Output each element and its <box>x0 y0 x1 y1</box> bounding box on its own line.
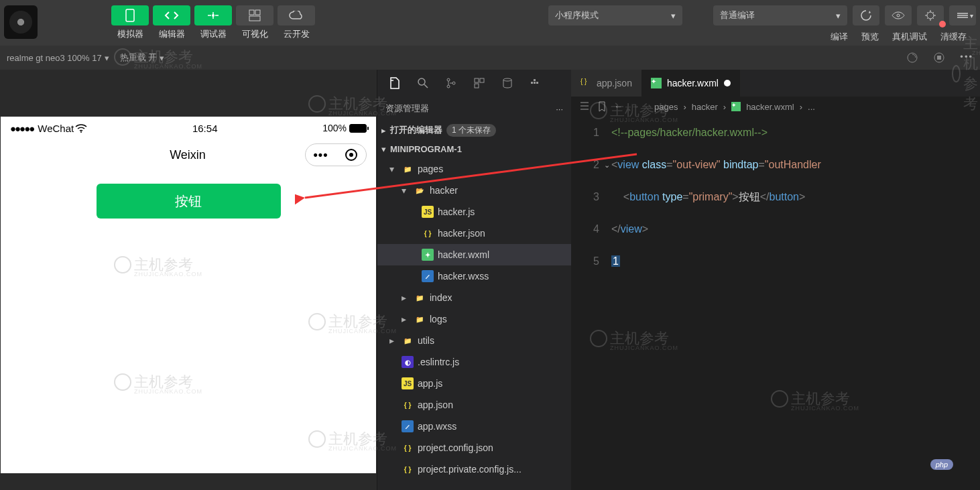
preview-button[interactable] <box>885 5 912 25</box>
chevron-down-icon: ▾ <box>381 144 386 154</box>
sidebar: 资源管理器 ··· ▸ 打开的编辑器 1 个未保存 ▾ MINIPROGRAM-… <box>377 70 571 490</box>
file-app-js[interactable]: JSapp.js <box>377 373 571 394</box>
stop-icon[interactable] <box>933 52 945 64</box>
chevron-down-icon: ▾ <box>160 53 164 63</box>
svg-rect-20 <box>534 82 536 84</box>
back-icon[interactable]: ← <box>614 101 623 112</box>
folder-hacker[interactable]: ▾📂hacker <box>377 180 571 201</box>
file-hacker-json[interactable]: { }hacker.json <box>377 223 571 244</box>
refresh-icon[interactable] <box>906 52 918 64</box>
bookmark-icon[interactable] <box>598 101 606 112</box>
debugger-tool[interactable]: 调试器 <box>194 5 232 40</box>
chevron-down-icon: ▾ <box>671 11 676 21</box>
file-hacker-wxss[interactable]: ⟋hacker.wxss <box>377 265 571 287</box>
capsule-button[interactable]: ••• <box>305 143 367 166</box>
folder-pages[interactable]: ▾📁pages <box>377 158 571 180</box>
svg-point-10 <box>80 131 82 133</box>
open-editors-section[interactable]: ▸ 打开的编辑器 1 个未保存 <box>377 121 571 139</box>
editor-tabs: { }app.json ✦hacker.wxml <box>571 70 980 97</box>
list-icon[interactable] <box>579 101 590 112</box>
compile-dropdown[interactable]: 普通编译▾ <box>713 5 847 25</box>
extensions-icon[interactable] <box>467 71 491 95</box>
chevron-down-icon: ▾ <box>836 11 841 21</box>
explorer-icon[interactable] <box>383 71 407 95</box>
clear-cache-button[interactable]: ▾ <box>949 5 976 25</box>
cloud-icon <box>278 5 315 25</box>
primary-button[interactable]: 按钮 <box>97 184 281 219</box>
chevron-right-icon: ▸ <box>381 125 386 135</box>
svg-point-1 <box>212 14 215 17</box>
svg-rect-0 <box>126 9 134 21</box>
forward-icon[interactable]: → <box>631 101 639 112</box>
git-icon[interactable] <box>439 71 463 95</box>
page-body: 按钮 <box>1 170 376 232</box>
mode-dropdown[interactable]: 小程序模式▾ <box>548 5 682 25</box>
folder-index[interactable]: ▸📁index <box>377 287 571 308</box>
hot-reload-toggle[interactable]: 热重载 开 ▾ <box>120 52 165 64</box>
php-badge: php <box>930 459 953 470</box>
file-project-config[interactable]: { }project.config.json <box>377 437 571 458</box>
file-hacker-js[interactable]: JShacker.js <box>377 201 571 223</box>
status-time: 16:54 <box>87 123 322 134</box>
folder-logs[interactable]: ▸📁logs <box>377 308 571 330</box>
svg-point-5 <box>897 14 900 17</box>
svg-rect-16 <box>480 78 484 82</box>
docker-icon[interactable] <box>524 71 548 95</box>
simulator-panel: ●●●●● WeChat 16:54 100% Weixin ••• 按钮 <box>0 70 377 490</box>
battery-icon <box>349 124 367 133</box>
editor-tool[interactable]: 编辑器 <box>153 5 190 40</box>
app-logo <box>4 5 38 39</box>
grid-icon <box>236 5 273 25</box>
cloud-tool[interactable]: 云开发 <box>278 5 315 40</box>
svg-rect-22 <box>536 82 538 84</box>
svg-rect-2 <box>249 10 254 15</box>
more-icon[interactable]: ••• <box>960 52 973 64</box>
compile-button[interactable] <box>853 5 879 25</box>
code-editor: { }app.json ✦hacker.wxml ← → pages› hack… <box>571 70 980 490</box>
visualize-tool[interactable]: 可视化 <box>236 5 273 40</box>
device-select[interactable]: realme gt neo3 100% 17 ▾ <box>7 53 109 63</box>
more-icon[interactable]: ••• <box>306 148 336 162</box>
file-project-private[interactable]: { }project.private.config.js... <box>377 458 571 480</box>
activity-bar <box>377 70 571 97</box>
battery-percent: 100% <box>322 123 347 133</box>
svg-point-13 <box>447 85 450 88</box>
explorer-header: 资源管理器 ··· <box>377 97 571 121</box>
tool-group: 模拟器 编辑器 调试器 可视化 云开发 <box>111 5 315 40</box>
target-icon[interactable] <box>336 149 366 161</box>
simulator-tool[interactable]: 模拟器 <box>111 5 149 40</box>
code-icon <box>153 5 190 25</box>
svg-point-18 <box>503 78 511 81</box>
file-app-wxss[interactable]: ⟋app.wxss <box>377 416 571 437</box>
file-tree: ▾📁pages ▾📂hacker JShacker.js { }hacker.j… <box>377 158 571 480</box>
modified-dot-icon <box>724 80 731 86</box>
top-right-labels: 编译 预览 真机调试 清缓存 <box>831 31 967 43</box>
file-app-json[interactable]: { }app.json <box>377 394 571 416</box>
svg-rect-9 <box>937 56 941 60</box>
phone-icon <box>111 5 149 25</box>
more-icon[interactable]: ··· <box>556 104 563 114</box>
wifi-icon <box>75 124 87 133</box>
database-icon[interactable] <box>495 71 519 95</box>
search-icon[interactable] <box>411 71 435 95</box>
file-eslintrc[interactable]: ◐.eslintrc.js <box>377 351 571 373</box>
page-title: Weixin <box>70 148 305 162</box>
folder-utils[interactable]: ▸📁utils <box>377 330 571 351</box>
project-section[interactable]: ▾ MINIPROGRAM-1 <box>377 139 571 158</box>
svg-point-12 <box>447 78 450 81</box>
tab-app-json[interactable]: { }app.json <box>571 70 641 97</box>
code-area[interactable]: 1<!--pages/hacker/hacker.wxml--> 2⌄<view… <box>571 117 980 278</box>
fold-icon: ⌄ <box>604 149 610 181</box>
phone-simulator: ●●●●● WeChat 16:54 100% Weixin ••• 按钮 <box>1 117 376 473</box>
top-right-tools: 小程序模式▾ 普通编译▾ ▾ <box>548 5 976 25</box>
svg-rect-3 <box>255 10 260 15</box>
svg-rect-4 <box>249 16 260 21</box>
tab-hacker-wxml[interactable]: ✦hacker.wxml <box>641 70 740 97</box>
breadcrumb: ← → pages› hacker› ✦ hacker.wxml› ... <box>571 97 980 117</box>
svg-rect-19 <box>531 82 533 84</box>
file-hacker-wxml[interactable]: ✦hacker.wxml <box>377 244 571 265</box>
top-toolbar: 模拟器 编辑器 调试器 可视化 云开发 小 <box>0 0 980 46</box>
signal-icon: ●●●●● <box>10 123 34 134</box>
svg-rect-21 <box>534 79 536 81</box>
remote-debug-button[interactable] <box>917 5 944 25</box>
